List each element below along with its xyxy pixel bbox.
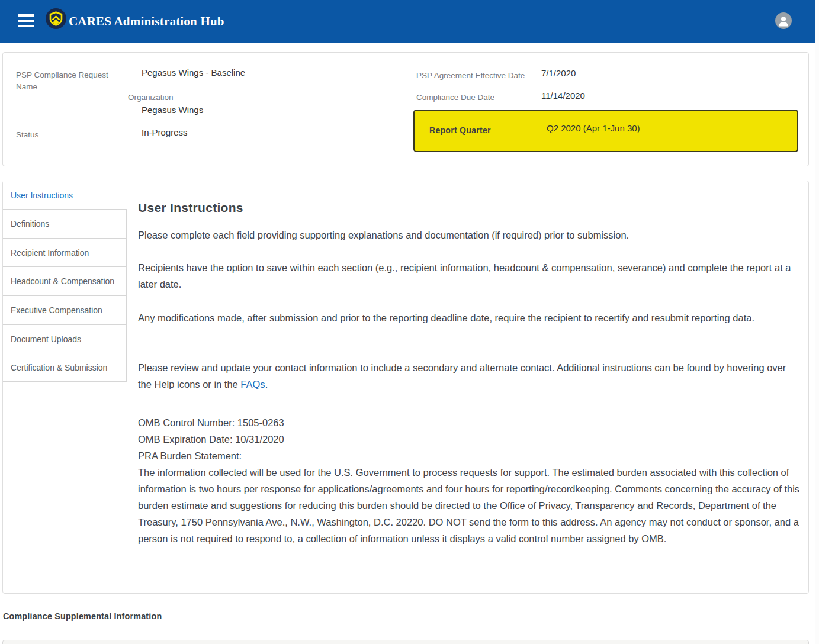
supplemental-section-label: Compliance Supplemental Information — [3, 611, 162, 621]
menu-bar — [18, 20, 34, 22]
due-date-label: Compliance Due Date — [416, 92, 494, 104]
status-label: Status — [16, 129, 38, 141]
instruction-paragraph: Any modifications made, after submission… — [138, 310, 800, 326]
tab-definitions[interactable]: Definitions — [3, 209, 127, 238]
report-sections-panel: User Instructions Definitions Recipient … — [2, 181, 809, 594]
request-name-label: PSP Compliance Request Name — [16, 69, 117, 93]
tab-user-instructions[interactable]: User Instructions — [3, 181, 127, 209]
report-quarter-highlight: Report Quarter Q2 2020 (Apr 1-Jun 30) — [413, 110, 798, 152]
organization-value: Pegasus Wings — [142, 104, 203, 116]
tab-recipient-information[interactable]: Recipient Information — [3, 238, 127, 267]
section-tabs: User Instructions Definitions Recipient … — [3, 181, 127, 382]
scrollbar-track[interactable] — [815, 0, 819, 644]
app-title: CARES Administration Hub — [69, 0, 224, 43]
faqs-link[interactable]: FAQs — [240, 379, 265, 389]
status-value: In-Progress — [142, 127, 188, 139]
tab-headcount-compensation[interactable]: Headcount & Compensation — [3, 266, 127, 295]
faq-text-pre: Please review and update your contact in… — [138, 362, 786, 389]
report-quarter-label: Report Quarter — [429, 125, 491, 135]
menu-icon[interactable] — [18, 14, 34, 27]
user-avatar-icon[interactable] — [775, 12, 792, 29]
content-heading: User Instructions — [138, 201, 243, 215]
app-header: CARES Administration Hub — [0, 0, 815, 43]
tab-executive-compensation[interactable]: Executive Compensation — [3, 295, 127, 324]
menu-bar — [18, 25, 34, 27]
effective-date-value: 7/1/2020 — [541, 67, 576, 79]
pra-burden-statement-label: PRA Burden Statement: — [138, 447, 800, 464]
cares-logo-icon — [46, 8, 66, 29]
omb-expiration-date: OMB Expiration Date: 10/31/2020 — [138, 431, 800, 447]
menu-bar — [18, 14, 34, 17]
organization-label: Organization — [128, 92, 174, 104]
instruction-paragraph: Recipients have the option to save withi… — [138, 259, 800, 292]
tab-certification-submission[interactable]: Certification & Submission — [3, 353, 127, 382]
compliance-summary-panel: PSP Compliance Request Name Pegasus Wing… — [2, 52, 809, 166]
effective-date-label: PSP Agreement Effective Date — [416, 70, 525, 82]
omb-control-number: OMB Control Number: 1505-0263 — [138, 414, 800, 431]
page: CARES Administration Hub PSP Compliance … — [0, 0, 819, 644]
instruction-paragraph: Please complete each field providing sup… — [138, 227, 800, 243]
tab-document-uploads[interactable]: Document Uploads — [3, 324, 127, 353]
instruction-paragraph-faq: Please review and update your contact in… — [138, 359, 800, 392]
omb-statement-block: OMB Control Number: 1505-0263 OMB Expira… — [138, 414, 800, 547]
pra-burden-statement-text: The information collected will be used f… — [138, 464, 800, 547]
faq-text-post: . — [265, 379, 268, 389]
report-quarter-value: Q2 2020 (Apr 1-Jun 30) — [547, 123, 640, 133]
request-name-value: Pegasus Wings - Baseline — [142, 67, 245, 79]
supplemental-panel-header[interactable] — [2, 640, 809, 644]
due-date-value: 11/14/2020 — [541, 90, 585, 102]
